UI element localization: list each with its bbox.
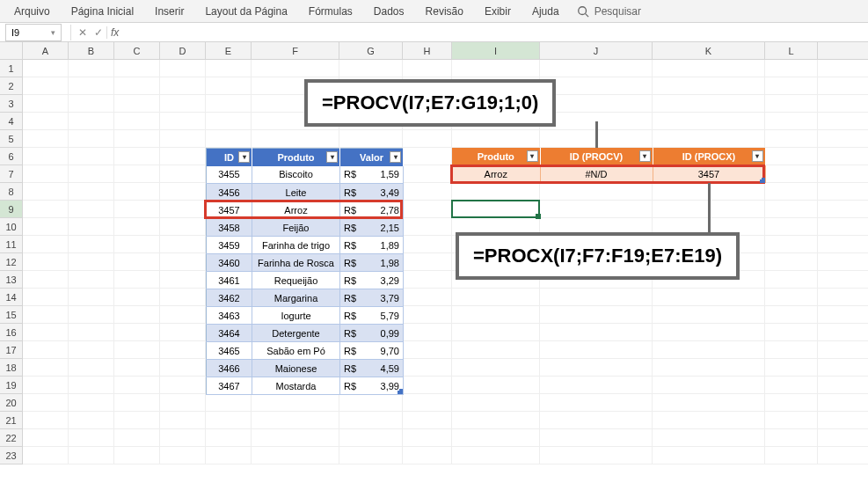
formula-bar-row: I9 ▾ ✕ ✓ fx [0, 23, 868, 42]
column-header-L[interactable]: L [765, 42, 818, 59]
ribbon-tab-exibir[interactable]: Exibir [474, 2, 522, 21]
cells-area[interactable]: IDProdutoValor3455BiscoitoR$1,593456Leit… [23, 60, 868, 464]
row-header-1[interactable]: 1 [0, 60, 23, 77]
row-headers: 1234567891011121314151617181920212223 [0, 60, 23, 464]
search-placeholder: Pesquisar [594, 5, 641, 18]
row-header-19[interactable]: 19 [0, 377, 23, 394]
filter-dropdown-icon[interactable] [752, 150, 763, 162]
formula-callout-procx: =PROCX(I7;F7:F19;E7:E19) [456, 232, 740, 280]
row-header-22[interactable]: 22 [0, 429, 23, 447]
ribbon-tab-fórmulas[interactable]: Fórmulas [298, 2, 363, 21]
row-header-21[interactable]: 21 [0, 412, 23, 429]
table-row[interactable]: 3455BiscoitoR$1,59 [207, 166, 404, 184]
fx-icon[interactable]: fx [106, 26, 122, 39]
table-row[interactable]: 3465Sabão em PóR$9,70 [207, 342, 404, 360]
table-row[interactable]: 3464DetergenteR$0,99 [207, 325, 404, 342]
row-header-2[interactable]: 2 [0, 77, 23, 95]
table-row[interactable]: 3459Farinha de trigoR$1,89 [207, 237, 404, 254]
table-row[interactable]: 3467MostardaR$3,99 [207, 377, 404, 395]
column-header-H[interactable]: H [403, 42, 452, 59]
table-header-produto[interactable]: Produto [252, 149, 340, 166]
row-header-3[interactable]: 3 [0, 95, 23, 113]
table-row[interactable]: 3458FeijãoR$2,15 [207, 219, 404, 237]
cancel-formula-icon[interactable]: ✕ [75, 26, 91, 39]
filter-dropdown-icon[interactable] [326, 151, 338, 163]
filter-dropdown-icon[interactable] [390, 151, 401, 163]
table-header-valor[interactable]: Valor [340, 149, 404, 166]
column-header-B[interactable]: B [69, 42, 114, 59]
ribbon-tab-ajuda[interactable]: Ajuda [522, 2, 570, 21]
row-header-17[interactable]: 17 [0, 341, 23, 359]
table-header-id[interactable]: ID [207, 149, 252, 166]
filter-dropdown-icon[interactable] [527, 150, 538, 162]
table-row[interactable]: 3460Farinha de RoscaR$1,98 [207, 254, 404, 272]
column-headers: ABCDEFGHIJKL [0, 42, 868, 60]
ribbon-tab-revisão[interactable]: Revisão [415, 2, 474, 21]
lookup-header[interactable]: Produto [452, 148, 540, 165]
table-row[interactable]: 3462MargarinaR$3,79 [207, 289, 404, 307]
lookup-result-table: ProdutoID (PROCV)ID (PROCX)Arroz#N/D3457 [452, 148, 766, 183]
row-header-9[interactable]: 9 [0, 201, 23, 218]
row-header-13[interactable]: 13 [0, 271, 23, 289]
column-header-E[interactable]: E [206, 42, 252, 59]
search-box[interactable]: Pesquisar [570, 5, 648, 18]
table-resize-handle[interactable] [760, 178, 765, 183]
filter-dropdown-icon[interactable] [639, 150, 651, 162]
table-resize-handle[interactable] [398, 389, 403, 394]
row-header-8[interactable]: 8 [0, 183, 23, 201]
chevron-down-icon: ▾ [51, 28, 55, 37]
ribbon-tab-layout-da-página[interactable]: Layout da Página [194, 2, 297, 21]
table-row[interactable]: 3456LeiteR$3,49 [207, 184, 404, 201]
search-icon [577, 5, 589, 18]
row-header-5[interactable]: 5 [0, 130, 23, 148]
row-header-14[interactable]: 14 [0, 289, 23, 306]
column-header-J[interactable]: J [540, 42, 653, 59]
table-row[interactable]: 3457ArrozR$2,78 [207, 201, 404, 219]
row-header-6[interactable]: 6 [0, 148, 23, 165]
row-header-18[interactable]: 18 [0, 359, 23, 377]
row-header-20[interactable]: 20 [0, 394, 23, 412]
ribbon-tab-página-inicial[interactable]: Página Inicial [61, 2, 144, 21]
column-header-K[interactable]: K [653, 42, 765, 59]
connector-line [708, 183, 711, 232]
row-header-10[interactable]: 10 [0, 218, 23, 236]
table-row[interactable]: 3466MaioneseR$4,59 [207, 360, 404, 377]
ribbon-tab-inserir[interactable]: Inserir [144, 2, 194, 21]
row-header-23[interactable]: 23 [0, 447, 23, 464]
filter-dropdown-icon[interactable] [238, 151, 250, 163]
ribbon-menu: ArquivoPágina InicialInserirLayout da Pá… [0, 0, 868, 23]
column-header-D[interactable]: D [160, 42, 206, 59]
column-header-G[interactable]: G [339, 42, 403, 59]
products-table: IDProdutoValor3455BiscoitoR$1,593456Leit… [206, 148, 404, 395]
column-header-I[interactable]: I [452, 42, 540, 59]
formula-callout-procv: =PROCV(I7;E7:G19;1;0) [304, 79, 556, 127]
row-header-7[interactable]: 7 [0, 165, 23, 183]
name-box[interactable]: I9 ▾ [5, 24, 62, 41]
ribbon-tab-arquivo[interactable]: Arquivo [4, 2, 61, 21]
lookup-header[interactable]: ID (PROCV) [540, 148, 653, 165]
column-header-A[interactable]: A [23, 42, 69, 59]
row-header-4[interactable]: 4 [0, 113, 23, 130]
svg-point-0 [578, 6, 586, 14]
table-row[interactable]: 3461RequeijãoR$3,29 [207, 272, 404, 289]
divider [70, 25, 71, 40]
row-header-12[interactable]: 12 [0, 253, 23, 271]
accept-formula-icon[interactable]: ✓ [91, 26, 106, 39]
row-header-15[interactable]: 15 [0, 306, 23, 324]
column-header-C[interactable]: C [114, 42, 160, 59]
column-header-F[interactable]: F [252, 42, 339, 59]
lookup-row[interactable]: Arroz#N/D3457 [452, 165, 765, 183]
select-all-corner[interactable] [0, 42, 23, 59]
table-row[interactable]: 3463IogurteR$5,79 [207, 307, 404, 325]
ribbon-tab-dados[interactable]: Dados [363, 2, 415, 21]
spreadsheet-grid: ABCDEFGHIJKL 123456789101112131415161718… [0, 42, 868, 464]
row-header-11[interactable]: 11 [0, 236, 23, 253]
row-header-16[interactable]: 16 [0, 324, 23, 341]
svg-line-1 [585, 13, 588, 17]
connector-line [595, 121, 598, 148]
lookup-header[interactable]: ID (PROCX) [653, 148, 765, 165]
name-box-value: I9 [11, 27, 19, 38]
